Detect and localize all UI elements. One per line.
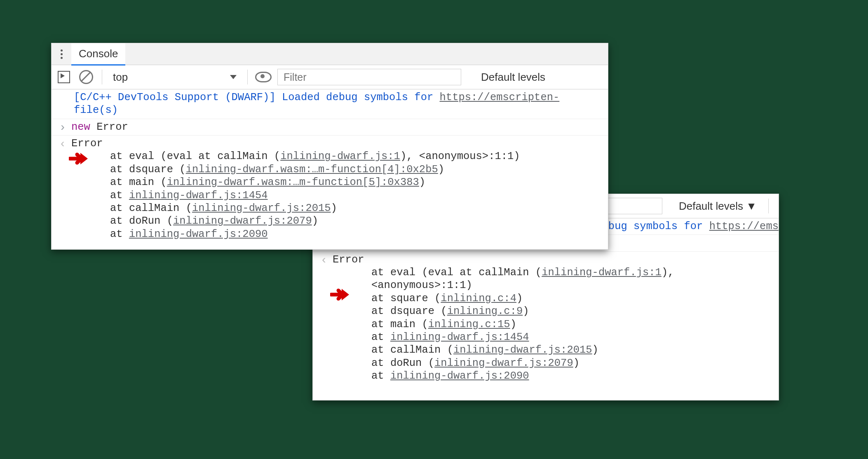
info-link[interactable]: https://emscripten- <box>440 91 560 103</box>
context-value: top <box>113 71 128 84</box>
context-selector[interactable]: top <box>110 71 240 84</box>
stack-link[interactable]: inlining-dwarf.js:2079 <box>173 215 312 227</box>
execute-icon[interactable] <box>56 69 72 85</box>
stack-frame: at square (inlining.c:4) <box>333 292 779 305</box>
tab-label: Console <box>79 47 118 60</box>
tab-console[interactable]: Console <box>71 43 125 66</box>
stack-link[interactable]: inlining-dwarf.js:2090 <box>390 370 529 382</box>
stack-link[interactable]: inlining-dwarf.js:1 <box>280 150 400 162</box>
levels-label: Default levels <box>481 71 545 83</box>
error-head: Error <box>71 138 103 150</box>
input-rest: Error <box>90 121 128 133</box>
more-menu-icon[interactable] <box>52 49 71 60</box>
stack-frame: at inlining-dwarf.js:2090 <box>333 370 779 382</box>
log-info-dwarf: [C/C++ DevTools Support (DWARF)] Loaded … <box>52 89 608 119</box>
input-chevron-icon <box>58 121 67 135</box>
log-levels-selector[interactable]: Default levels <box>481 71 545 84</box>
stack-link[interactable]: inlining.c:15 <box>428 318 510 330</box>
stack-frame: at dsquare (inlining-dwarf.wasm:…m-funct… <box>71 163 608 176</box>
stack-frame: at eval (eval at callMain (inlining-dwar… <box>71 150 608 163</box>
stack-frame: at main (inlining-dwarf.wasm:…m-function… <box>71 176 608 189</box>
filter-input[interactable] <box>277 69 461 85</box>
separator <box>768 199 769 213</box>
stack-link[interactable]: inlining.c:4 <box>441 293 516 304</box>
stack-frame: at inlining-dwarf.js:1454 <box>333 331 779 344</box>
output-chevron-icon <box>58 137 67 151</box>
stack-link[interactable]: inlining.c:9 <box>447 305 523 317</box>
stack-link[interactable]: inlining-dwarf.js:2090 <box>129 228 268 240</box>
info-text: debug symbols for <box>596 220 709 232</box>
error-head: Error <box>333 254 364 266</box>
info-suffix: file(s) <box>74 104 118 116</box>
live-expression-icon[interactable] <box>255 69 272 85</box>
console-log-area: [C/C++ DevTools Support (DWARF)] Loaded … <box>52 89 608 242</box>
info-text: [C/C++ DevTools Support (DWARF)] Loaded … <box>74 91 440 103</box>
console-output-error: Error at eval (eval at callMain (inlinin… <box>313 252 779 384</box>
stack-frame: at doRun (inlining-dwarf.js:2079) <box>333 357 779 370</box>
clear-console-icon[interactable] <box>78 69 94 85</box>
stack-frame: at callMain (inlining-dwarf.js:2015) <box>71 202 608 215</box>
stack-link[interactable]: inlining-dwarf.js:2079 <box>434 357 573 369</box>
stack-frame: at inlining-dwarf.js:2090 <box>71 228 608 241</box>
stack-frame: at main (inlining.c:15) <box>333 318 779 331</box>
stack-frame: at dsquare (inlining.c:9) <box>333 305 779 318</box>
info-link[interactable]: https://ems <box>709 220 779 232</box>
tab-bar: Console <box>52 43 608 65</box>
stack-link[interactable]: inlining-dwarf.wasm:…m-function[4]:0x2b5 <box>186 164 438 176</box>
stack-link[interactable]: inlining-dwarf.js:2015 <box>453 344 592 356</box>
stack-frame: at eval (eval at callMain (inlining-dwar… <box>333 266 779 292</box>
separator <box>102 70 102 84</box>
stack-link[interactable]: inlining-dwarf.wasm:…m-function[5]:0x383 <box>167 176 419 188</box>
filter-field[interactable] <box>283 71 456 84</box>
levels-label: Default levels ▼ <box>679 200 757 213</box>
stack-link[interactable]: inlining-dwarf.js:1454 <box>390 331 529 343</box>
console-toolbar: top Default levels <box>52 65 608 89</box>
annotation-arrow-icon <box>330 287 350 302</box>
output-chevron-icon <box>319 253 328 267</box>
console-output-error: Error at eval (eval at callMain (inlinin… <box>52 136 608 242</box>
stack-frame: at inlining-dwarf.js:1454 <box>71 189 608 202</box>
stack-link[interactable]: inlining-dwarf.js:1 <box>542 267 662 279</box>
input-keyword: new <box>71 121 90 133</box>
chevron-down-icon <box>230 75 237 79</box>
separator <box>247 70 248 84</box>
stack-link[interactable]: inlining-dwarf.js:1454 <box>129 190 268 201</box>
stack-frame: at doRun (inlining-dwarf.js:2079) <box>71 215 608 227</box>
log-levels-selector[interactable]: Default levels ▼ <box>679 200 757 213</box>
annotation-arrow-icon <box>69 151 89 166</box>
devtools-panel-before: Console top Default levels [C/C++ DevToo… <box>51 43 608 250</box>
stack-link[interactable]: inlining-dwarf.js:2015 <box>192 202 331 214</box>
stack-frame: at callMain (inlining-dwarf.js:2015) <box>333 344 779 356</box>
console-input-row[interactable]: new Error <box>52 119 608 136</box>
